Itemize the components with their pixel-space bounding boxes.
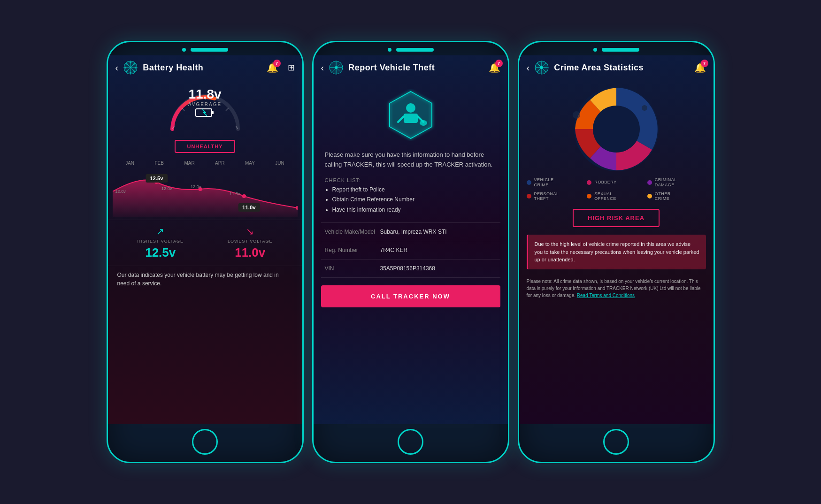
filter-icon-1[interactable]: ⊞ xyxy=(288,62,295,73)
app-logo-2 xyxy=(329,60,344,75)
notch-area-2 xyxy=(314,42,508,55)
back-button-3[interactable]: ‹ xyxy=(527,62,530,73)
phone-3: ‹ Crime Area Statistics 🔔 xyxy=(518,41,715,463)
screen-1: ‹ xyxy=(108,55,302,424)
home-button-1[interactable] xyxy=(192,429,218,455)
pie-chart-svg xyxy=(569,82,663,176)
month-jun: JUN xyxy=(275,160,284,166)
svg-rect-19 xyxy=(212,111,214,114)
theft-description: Please make sure you have this informati… xyxy=(314,145,508,174)
legend-personal-theft: PERSONALTHEFT xyxy=(527,191,585,202)
notification-wrapper-2: 🔔 7 xyxy=(489,62,500,73)
svg-point-55 xyxy=(642,105,647,111)
notification-wrapper-1: 🔔 7 xyxy=(267,62,278,73)
highest-voltage-stat: ↗ HIGHEST VOLTAGE 12.5v xyxy=(137,226,184,260)
notch-bar-2 xyxy=(396,48,434,52)
phone-2-frame: ‹ Report Vehicle Theft 🔔 xyxy=(312,41,509,463)
back-button-1[interactable]: ‹ xyxy=(115,62,119,73)
crime-note: Please note: All crime data shown, is ba… xyxy=(519,273,714,304)
screen-3: ‹ Crime Area Statistics 🔔 xyxy=(519,55,714,424)
notif-badge-2: 7 xyxy=(495,60,503,67)
reg-number-row: Reg. Number 7R4C KER xyxy=(321,241,500,260)
battery-voltage-display: 11.8v xyxy=(188,87,221,102)
svg-point-56 xyxy=(573,111,580,119)
high-risk-button[interactable]: HIGH RISK AREA xyxy=(573,209,660,227)
svg-point-52 xyxy=(540,66,543,69)
criminal-damage-dot xyxy=(647,180,652,185)
phones-container: ‹ xyxy=(107,41,715,463)
header-2: ‹ Report Vehicle Theft 🔔 xyxy=(314,55,508,80)
svg-point-54 xyxy=(593,106,640,153)
notch-bar-3 xyxy=(602,48,639,52)
home-button-3[interactable] xyxy=(603,429,629,455)
phone-1-frame: ‹ xyxy=(107,41,304,463)
notch-dot-1 xyxy=(182,48,186,52)
up-arrow-icon: ↗ xyxy=(156,226,164,237)
svg-text:11.0v: 11.0v xyxy=(242,205,256,210)
notch-dot-2 xyxy=(388,48,391,52)
robbery-dot xyxy=(587,180,591,185)
notch-area-1 xyxy=(108,42,302,55)
legend-vehicle-crime: VEHICLECRIME xyxy=(527,177,585,188)
other-crime-dot xyxy=(647,194,652,199)
personal-theft-dot xyxy=(527,194,531,199)
phone-2: ‹ Report Vehicle Theft 🔔 xyxy=(312,41,509,463)
crime-legend: VEHICLECRIME ROBBERY CRIMINALDAMAGE PERS… xyxy=(519,174,714,205)
vin-label: VIN xyxy=(325,265,376,272)
sexual-offence-label: SEXUALOFFENCE xyxy=(594,191,616,202)
svg-text:12.0v: 12.0v xyxy=(190,184,201,189)
svg-text:12.5v: 12.5v xyxy=(150,176,163,181)
svg-text:12.0v: 12.0v xyxy=(161,186,172,191)
vehicle-info: Vehicle Make/Model Subaru, Impreza WRX S… xyxy=(321,222,500,278)
back-button-2[interactable]: ‹ xyxy=(321,62,324,73)
battery-icon xyxy=(195,107,214,118)
screen2-title: Report Vehicle Theft xyxy=(348,63,483,73)
read-terms-link[interactable]: Read Terms and Conditions xyxy=(577,293,635,298)
svg-text:12.0v: 12.0v xyxy=(115,189,126,194)
stats-row: ↗ HIGHEST VOLTAGE 12.5v ↘ LOWEST VOLTAGE… xyxy=(108,220,302,266)
screen1-title: Battery Health xyxy=(143,63,261,73)
checklist-item-2: Obtain Crime Reference Number xyxy=(332,195,497,205)
lowest-voltage-label: LOWEST VOLTAGE xyxy=(228,239,273,244)
battery-gauge: 11.8v AVGERAGE xyxy=(108,80,302,136)
month-mar: MAR xyxy=(184,160,194,166)
legend-robbery: ROBBERY xyxy=(587,177,645,188)
vehicle-crime-label: VEHICLECRIME xyxy=(534,177,554,188)
personal-theft-label: PERSONALTHEFT xyxy=(534,191,559,202)
unhealthy-status-button[interactable]: UNHEALTHY xyxy=(175,140,235,153)
risk-warning: Due to the high level of vehicle crime r… xyxy=(527,235,706,269)
svg-line-16 xyxy=(226,108,229,111)
criminal-damage-label: CRIMINALDAMAGE xyxy=(655,177,677,188)
header-3: ‹ Crime Area Statistics 🔔 xyxy=(519,55,714,80)
voltage-chart: 12.5v 11.0v 12.0v 12.0v 12.0v 11.5v xyxy=(113,166,298,217)
other-crime-label: OTHERCRIME xyxy=(655,191,671,202)
checklist-label: CHECK LIST: xyxy=(314,174,508,185)
svg-point-46 xyxy=(420,120,427,126)
svg-point-25 xyxy=(242,194,246,198)
chart-months: JAN FEB MAR APR MAY JUN xyxy=(108,157,302,166)
header-1: ‹ xyxy=(108,55,302,80)
phone-3-frame: ‹ Crime Area Statistics 🔔 xyxy=(518,41,715,463)
robbery-label: ROBBERY xyxy=(594,180,616,185)
svg-point-40 xyxy=(335,66,338,69)
phone-1: ‹ xyxy=(107,41,304,463)
call-tracker-button[interactable]: CALL TRACKER NOW xyxy=(321,285,500,307)
svg-point-42 xyxy=(406,103,415,113)
app-logo-3 xyxy=(534,60,549,75)
home-button-2[interactable] xyxy=(398,429,423,455)
svg-text:11.5v: 11.5v xyxy=(229,191,240,196)
notch-dot-3 xyxy=(593,48,597,52)
notch-area-3 xyxy=(519,42,714,55)
vehicle-make-value: Subaru, Impreza WRX STI xyxy=(380,229,447,235)
battery-description: Our data indicates your vehicle battery … xyxy=(108,266,302,292)
risk-warning-text: Due to the high level of vehicle crime r… xyxy=(535,241,699,262)
legend-sexual-offence: SEXUALOFFENCE xyxy=(587,191,645,202)
battery-avg-label: AVGERAGE xyxy=(188,102,222,107)
battery-value: 11.8v AVGERAGE xyxy=(188,87,222,118)
svg-rect-43 xyxy=(404,114,418,123)
svg-line-14 xyxy=(182,108,184,111)
notification-wrapper-3: 🔔 7 xyxy=(694,62,706,73)
lowest-voltage-stat: ↘ LOWEST VOLTAGE 11.0v xyxy=(228,226,273,260)
vin-value: 35A5P08156P314368 xyxy=(380,265,435,272)
legend-criminal-damage: CRIMINALDAMAGE xyxy=(647,177,706,188)
